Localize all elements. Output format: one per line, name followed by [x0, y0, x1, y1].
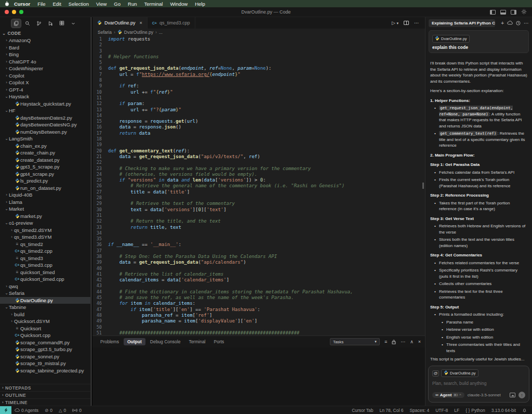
- agent-mode-selector[interactable]: ∞ Agent ⌘I ^: [432, 392, 464, 398]
- editor-tab-qs-timed3-cpp[interactable]: C+qs_timed3.cpp: [148, 17, 195, 29]
- tree-item-qs-timed3-dsym[interactable]: ›qs_timed3.dSYM: [0, 234, 92, 241]
- tree-item-langsmith[interactable]: ⌄LangSmith: [0, 135, 92, 143]
- maximize-panel-icon[interactable]: ∧: [410, 339, 414, 344]
- tree-item-codewhisperer[interactable]: ›CodeWhisperer: [0, 65, 92, 72]
- tree-item-gpt-4[interactable]: ›GPT-4: [0, 86, 92, 94]
- tasks-dropdown[interactable]: Tasks ▾: [330, 338, 380, 345]
- run-python-file-icon[interactable]: ▷ ▾: [392, 20, 398, 25]
- panel-tab-problems[interactable]: Problems: [97, 338, 123, 345]
- tree-item-build[interactable]: ›build: [0, 311, 92, 318]
- tree-item-chain-ex-py[interactable]: chain_ex.py: [0, 143, 92, 150]
- tree-item-market[interactable]: ⌄Market: [0, 205, 92, 213]
- tree-item-qs-timed3[interactable]: ≡qs_timed3: [0, 255, 92, 262]
- tree-item-hf[interactable]: ⌄HF: [0, 107, 92, 114]
- more-actions-icon[interactable]: ⋯: [414, 20, 419, 25]
- run-debug-icon[interactable]: [46, 19, 55, 28]
- tree-item-qs-timed2-cpp[interactable]: C+qs_timed2.cpp: [0, 248, 92, 255]
- minimize-window-button[interactable]: [12, 10, 16, 14]
- tree-item-scrape-t9-mistral-py[interactable]: scrape_t9_mistral.py: [0, 360, 92, 367]
- tree-item-qwq[interactable]: ›qwq: [0, 283, 92, 290]
- more-actions-icon[interactable]: ⋯: [524, 20, 529, 26]
- close-tab-icon[interactable]: ×: [140, 20, 142, 25]
- tree-item-haystack[interactable]: ⌄Haystack: [0, 93, 92, 100]
- menu-item-window[interactable]: Window: [166, 1, 191, 7]
- panel-tab-debug-console[interactable]: Debug Console: [147, 338, 184, 345]
- tree-item-sefaria[interactable]: ⌄Sefaria: [0, 290, 92, 297]
- tree-item-qs-timed2-dsym[interactable]: ›qs_timed2.dSYM: [0, 227, 92, 234]
- tree-item-scrape-tabnine-protected-py[interactable]: scrape_tabnine_protected.py: [0, 367, 92, 374]
- more-actions-icon[interactable]: ⋯: [401, 339, 405, 344]
- code-editor[interactable]: 1import requests234# Helper functions56d…: [92, 36, 425, 335]
- remote-indicator-button[interactable]: [0, 406, 11, 414]
- tree-item-llama[interactable]: ›Llama: [0, 199, 92, 206]
- context-file-chip[interactable]: DvarOutline.py: [432, 35, 470, 43]
- tree-item-bing[interactable]: ›Bing: [0, 51, 92, 58]
- tree-item-o1-preview[interactable]: ⌄o1-preview: [0, 219, 92, 227]
- menu-item-go[interactable]: Go: [110, 1, 124, 7]
- tree-item-ls-predict-py[interactable]: ls_predict.py: [0, 177, 92, 185]
- close-panel-icon[interactable]: ×: [418, 339, 421, 344]
- status-item-lf[interactable]: LF: [451, 408, 462, 413]
- tree-item-chatgpt-4o[interactable]: ›ChatGPT 4o: [0, 58, 92, 66]
- tree-item-quicksort-timed-cpp[interactable]: C+quicksort_timed.cpp: [0, 276, 92, 283]
- model-selector[interactable]: claude-3.5-sonnet: [468, 393, 501, 397]
- breadcrumb-item[interactable]: Sefaria: [98, 30, 112, 35]
- status-item-cursor-tab[interactable]: Cursor Tab: [349, 408, 376, 413]
- history-icon[interactable]: [516, 21, 521, 25]
- menu-item-terminal[interactable]: Terminal: [140, 1, 166, 7]
- zoom-window-button[interactable]: [19, 10, 23, 14]
- chat-input-box[interactable]: @ DvarOutline.py Plan, search, build any…: [428, 366, 529, 403]
- add-context-button[interactable]: @: [432, 370, 439, 377]
- tree-item-scrape-sonnet-py[interactable]: scrape_sonnet.py: [0, 353, 92, 360]
- panel-tab-output[interactable]: Output: [124, 338, 145, 345]
- menu-item-file[interactable]: File: [34, 1, 49, 7]
- tree-item-quicksort-timed[interactable]: ≡quicksort_timed: [0, 269, 92, 276]
- output-view-icon[interactable]: ≡: [384, 339, 387, 344]
- status-item-3-13-0-64-bit[interactable]: 3.13.0 64-bit: [488, 408, 519, 413]
- status-cloud[interactable]: 0 Agents: [11, 408, 42, 413]
- tree-item-bard[interactable]: ›Bard: [0, 44, 92, 51]
- tree-item-run-on-dataset-py[interactable]: run_on_dataset.py: [0, 185, 92, 192]
- panel-tab-terminal[interactable]: Terminal: [185, 338, 209, 345]
- breadcrumb-item[interactable]: DvarOutline.py: [124, 30, 153, 35]
- files-icon[interactable]: [11, 19, 21, 28]
- panel-tab-ports[interactable]: Ports: [210, 338, 228, 345]
- tree-item-tabnine[interactable]: ⌄Tabnine: [0, 304, 92, 311]
- tree-item-qs-timed3-cpp[interactable]: C+qs_timed3.cpp: [0, 262, 92, 269]
- tree-item-liquid-40b[interactable]: ›Liquid-40B: [0, 191, 92, 199]
- tree-item-copilot[interactable]: ›Copilot: [0, 72, 92, 80]
- breadcrumb-item[interactable]: ...: [159, 30, 163, 35]
- tree-item-qs-timed2[interactable]: ≡qs_timed2: [0, 241, 92, 248]
- tree-item-create-chain-py[interactable]: create_chain.py: [0, 149, 92, 157]
- tree-item-scrape-gpt3-5-turbo-py[interactable]: scrape_gpt3.5_turbo.py: [0, 346, 92, 353]
- chat-input-placeholder[interactable]: Plan, search, build anything: [432, 381, 525, 386]
- explorer-section-header[interactable]: ⌄ CODE: [0, 30, 92, 37]
- menu-item-cursor[interactable]: Cursor: [10, 1, 34, 7]
- extensions-icon[interactable]: [57, 19, 66, 28]
- editor-scrollbar[interactable]: [422, 183, 424, 189]
- status-item-utf-8[interactable]: UTF-8: [432, 408, 451, 413]
- tree-item-dvaroutline-py[interactable]: DvarOutline.py: [0, 297, 92, 304]
- lock-scroll-icon[interactable]: [392, 337, 396, 346]
- toggle-panel-icon[interactable]: [500, 10, 506, 15]
- settings-gear-icon[interactable]: [521, 7, 527, 17]
- status-item-bell-icon[interactable]: [519, 408, 530, 412]
- tree-item-gpt4-scrape-py[interactable]: gpt4_scrape.py: [0, 171, 92, 178]
- cloud-icon[interactable]: [507, 21, 513, 25]
- status-warnings[interactable]: △0: [56, 408, 69, 413]
- status-broadcast[interactable]: 0: [69, 408, 85, 413]
- tree-item-quicksort-cpp[interactable]: C+Quicksort.cpp: [0, 332, 92, 339]
- split-editor-icon[interactable]: [404, 21, 409, 25]
- status-item-spaces-4[interactable]: Spaces: 4: [406, 408, 432, 413]
- status-item-python[interactable]: { }Python: [462, 408, 488, 413]
- tree-item-quicksort[interactable]: ≡Quicksort: [0, 325, 92, 332]
- menu-item-run[interactable]: Run: [124, 1, 140, 7]
- tree-item-daysbetweendatesng-py[interactable]: daysBetweenDatesNG.py: [0, 121, 92, 128]
- tree-item-daysbetweendates2-py[interactable]: daysBetweenDates2.py: [0, 114, 92, 122]
- toggle-sidebar-icon[interactable]: [490, 10, 496, 15]
- sidebar-scrollbar[interactable]: [90, 17, 92, 406]
- close-window-button[interactable]: [5, 10, 9, 14]
- tree-item-quicksort-dsym[interactable]: ›Quicksort.dSYM: [0, 318, 92, 325]
- editor-tab-dvaroutline-py[interactable]: DvarOutline.py×: [92, 17, 148, 29]
- search-icon[interactable]: [23, 19, 32, 28]
